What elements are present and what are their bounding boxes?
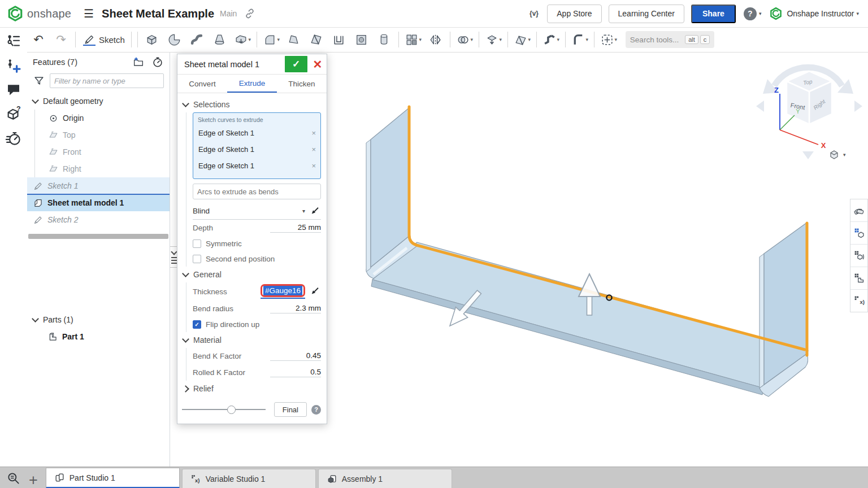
rolled-k-input[interactable]: 0.5 — [270, 368, 321, 377]
selection-item[interactable]: Edge of Sketch 1× — [197, 174, 317, 179]
part-web-face[interactable] — [372, 242, 808, 388]
help-icon[interactable]: ? — [744, 7, 757, 20]
branch-name[interactable]: Main — [220, 9, 237, 18]
second-end-checkbox-row[interactable]: Second end position — [193, 251, 321, 267]
variables-table-panel-button[interactable]: x) — [850, 290, 867, 312]
search-tools-box[interactable]: Search tools... altc — [626, 31, 714, 48]
tree-item-sketch-2[interactable]: Sketch 2 — [27, 211, 170, 228]
extrude-direction-arrow[interactable] — [450, 290, 481, 326]
tree-item-sketch-1[interactable]: Sketch 1 — [27, 177, 170, 194]
remove-selection-icon[interactable]: × — [311, 145, 316, 154]
mirror-button[interactable] — [424, 29, 447, 50]
flip-direction-checkbox-row[interactable]: ✓ Flip direction up — [193, 317, 321, 332]
chevron-down-icon[interactable]: ▾ — [419, 37, 422, 42]
shell-button[interactable] — [328, 29, 350, 50]
dialog-tab-convert[interactable]: Convert — [177, 75, 227, 93]
tree-item-top[interactable]: Top — [35, 127, 170, 143]
confirm-button[interactable]: ✓ — [285, 56, 307, 72]
new-tab-button[interactable]: + — [29, 473, 38, 487]
chevron-down-icon[interactable]: ▾ — [277, 37, 280, 42]
thicken-button[interactable]: ▾ — [231, 29, 254, 50]
remove-selection-icon[interactable]: × — [311, 162, 316, 170]
revolve-button[interactable] — [163, 29, 186, 50]
custom-tables-panel-button[interactable] — [850, 267, 867, 290]
chevron-down-icon[interactable]: ▾ — [586, 37, 589, 42]
general-section-header[interactable]: General — [182, 267, 321, 282]
thickness-field[interactable]: #Gauge16 — [261, 284, 305, 299]
thickness-value[interactable]: #Gauge16 — [263, 286, 302, 295]
part-left-bend[interactable] — [366, 236, 418, 278]
boolean-button[interactable]: ▾ — [453, 29, 476, 50]
view-cube[interactable]: Top Front Right Z Y X — [752, 56, 867, 167]
chevron-down-icon[interactable]: ▾ — [528, 37, 531, 42]
learning-center-button[interactable]: Learning Center — [609, 5, 684, 23]
cancel-button[interactable]: ✕ — [309, 56, 327, 72]
mate-connector-button[interactable]: ▾ — [597, 29, 620, 50]
material-section-header[interactable]: Material — [182, 332, 321, 348]
undo-button[interactable]: ↶ — [27, 29, 50, 50]
part-help-panel-button[interactable]: ? — [5, 106, 22, 123]
fillet-button[interactable]: ▾ — [260, 29, 283, 50]
depth-input[interactable]: 25 mm — [270, 223, 321, 233]
dialog-header[interactable]: Sheet metal model 1 ✓ ✕ — [177, 54, 327, 75]
tree-item-origin[interactable]: Origin — [35, 110, 170, 127]
filter-input[interactable] — [50, 73, 164, 88]
depth-drag-stem[interactable] — [587, 297, 592, 315]
help-chevron-down-icon[interactable]: ▾ — [759, 11, 762, 16]
pan-right-arrow[interactable] — [854, 101, 862, 112]
selections-section-header[interactable]: Selections — [182, 97, 321, 112]
dialog-tab-thicken[interactable]: Thicken — [277, 75, 327, 93]
configurations-panel-button[interactable] — [850, 222, 867, 245]
chevron-down-icon[interactable]: ▾ — [557, 37, 560, 42]
symmetric-checkbox[interactable] — [193, 239, 201, 248]
part-right-bend[interactable] — [760, 354, 808, 396]
flip-direction-icon[interactable] — [310, 206, 321, 217]
dialog-help-icon[interactable]: ? — [311, 405, 321, 415]
part-left-flange-edge[interactable] — [366, 140, 371, 272]
document-tab-variable-studio-1[interactable]: x)Variable Studio 1 — [182, 469, 316, 488]
end-condition-dropdown[interactable]: Blind ▾ — [193, 203, 321, 220]
comment-panel-button[interactable] — [5, 81, 22, 98]
preview-slider-handle[interactable] — [227, 406, 236, 414]
feature-list-panel-button[interactable] — [5, 33, 22, 50]
tree-group-parts-1-[interactable]: Parts (1) — [27, 311, 170, 328]
dialog-tab-extrude[interactable]: Extrude — [227, 75, 277, 93]
linear-pattern-button[interactable]: ▾ — [402, 29, 424, 50]
part-right-flange-edge[interactable] — [760, 254, 764, 388]
appearance-panel-button[interactable] — [850, 199, 867, 222]
sweep-button[interactable] — [186, 29, 209, 50]
view-options-button[interactable]: ▾ — [827, 148, 846, 162]
draft-button[interactable] — [305, 29, 328, 50]
final-button[interactable]: Final — [274, 402, 307, 417]
onshape-logo-icon[interactable] — [7, 5, 24, 22]
named-views-panel-button[interactable] — [850, 245, 867, 267]
bend-k-input[interactable]: 0.45 — [270, 351, 321, 361]
flip-direction-icon[interactable] — [310, 286, 321, 297]
rib-button[interactable] — [373, 29, 396, 50]
tree-group-default-geometry[interactable]: Default geometry — [27, 93, 170, 110]
chevron-down-icon[interactable]: ▾ — [615, 37, 618, 42]
flip-direction-checkbox[interactable]: ✓ — [193, 320, 201, 329]
loft-button[interactable] — [209, 29, 231, 50]
tree-item-front[interactable]: Front — [35, 143, 170, 160]
sketch-curves-selection-box[interactable]: Sketch curves to extrude Edge of Sketch … — [193, 112, 321, 179]
tree-item-part-1[interactable]: Part 1 — [27, 328, 170, 345]
part-web-edge[interactable] — [371, 280, 763, 395]
document-tab-part-studio-1[interactable]: Part Studio 1 — [46, 468, 180, 488]
filter-funnel-icon[interactable] — [33, 75, 45, 87]
remove-selection-icon[interactable]: × — [311, 129, 316, 137]
depth-drag-arrow[interactable] — [579, 274, 600, 297]
share-link-icon[interactable] — [244, 7, 256, 20]
tree-item-right[interactable]: Right — [35, 160, 170, 177]
part-left-flange-face[interactable] — [371, 107, 410, 267]
search-tabs-icon[interactable] — [6, 471, 21, 486]
feature-statistics-icon[interactable] — [151, 56, 164, 68]
document-menu-icon[interactable]: ☰ — [84, 7, 94, 20]
preview-slider[interactable] — [182, 409, 266, 410]
bend-radius-input[interactable]: 2.3 mm — [270, 304, 321, 313]
move-face-button[interactable]: ▾ — [482, 29, 505, 50]
chevron-down-icon[interactable]: ▾ — [471, 37, 474, 42]
selection-item[interactable]: Edge of Sketch 1× — [197, 125, 317, 141]
second-end-checkbox[interactable] — [193, 255, 201, 263]
pan-left-arrow[interactable] — [756, 101, 764, 112]
